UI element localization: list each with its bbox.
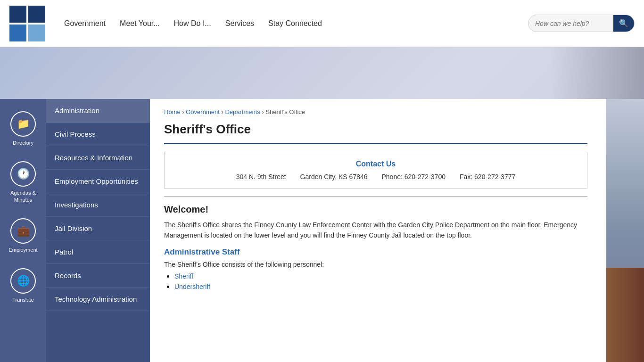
- directory-icon: 📁: [10, 111, 36, 137]
- breadcrumb-current: Sheriff's Office: [265, 108, 305, 115]
- right-building-image: [606, 99, 644, 362]
- logo-grid: [9, 6, 45, 41]
- nav-meet-your[interactable]: Meet Your...: [120, 19, 160, 28]
- directory-label: Directory: [13, 140, 33, 146]
- logo-sq-1: [9, 6, 26, 23]
- breadcrumb-departments[interactable]: Departments: [225, 108, 260, 115]
- sidebar-item-agendas[interactable]: 🕐 Agendas &Minutes: [0, 154, 46, 211]
- staff-list: Sheriff Undersheriff: [164, 272, 587, 291]
- nav-item-employment-opp[interactable]: Employment Opportunities: [46, 170, 150, 193]
- staff-intro: The Sheriff's Office consists of the fol…: [164, 261, 587, 268]
- nav-item-administration[interactable]: Administration: [46, 99, 150, 123]
- staff-sheriff-link[interactable]: Sheriff: [174, 272, 193, 280]
- staff-undersheriff-link[interactable]: Undersheriff: [174, 283, 210, 290]
- contact-title: Contact Us: [174, 160, 578, 168]
- welcome-text: The Sheriff's Office shares the Finney C…: [164, 220, 587, 241]
- contact-phone: Phone: 620-272-3700: [382, 173, 446, 181]
- contact-box: Contact Us 304 N. 9th Street Garden City…: [164, 152, 587, 189]
- search-box: 🔍: [528, 15, 635, 32]
- content-divider: [164, 196, 587, 197]
- translate-icon: 🌐: [10, 268, 36, 294]
- logo-sq-4: [28, 25, 45, 41]
- nav-item-technology[interactable]: Technology Administration: [46, 288, 150, 311]
- breadcrumb-government[interactable]: Government: [186, 108, 220, 115]
- nav-services[interactable]: Services: [225, 19, 254, 28]
- welcome-title: Welcome!: [164, 204, 587, 215]
- nav-item-resources[interactable]: Resources & Information: [46, 146, 150, 170]
- employment-label: Employment: [8, 247, 37, 253]
- logo-sq-3: [9, 25, 26, 41]
- nav-item-civil-process[interactable]: Civil Process: [46, 123, 150, 146]
- breadcrumb: Home › Government › Departments › Sherif…: [164, 108, 587, 115]
- nav-item-records[interactable]: Records: [46, 264, 150, 288]
- contact-details: 304 N. 9th Street Garden City, KS 67846 …: [174, 173, 578, 181]
- agendas-icon: 🕐: [10, 161, 36, 187]
- nav-stay-connected[interactable]: Stay Connected: [268, 19, 322, 28]
- logo: [9, 6, 45, 41]
- left-nav: Administration Civil Process Resources &…: [46, 99, 150, 362]
- list-item: Undersheriff: [174, 282, 587, 291]
- nav-item-investigations[interactable]: Investigations: [46, 193, 150, 217]
- title-divider: [164, 143, 587, 144]
- logo-sq-2: [28, 6, 45, 23]
- translate-label: Translate: [12, 296, 33, 303]
- contact-fax: Fax: 620-272-3777: [460, 173, 515, 181]
- building-shape: [606, 268, 644, 362]
- nav-how-do-i[interactable]: How Do I...: [174, 19, 211, 28]
- breadcrumb-home[interactable]: Home: [164, 108, 181, 115]
- hero-banner: [0, 47, 644, 99]
- sidebar-item-translate[interactable]: 🌐 Translate: [0, 261, 46, 311]
- staff-section-title: Administrative Staff: [164, 247, 587, 257]
- search-input[interactable]: [528, 16, 613, 31]
- main-content: Home › Government › Departments › Sherif…: [150, 99, 606, 362]
- list-item: Sheriff: [174, 272, 587, 280]
- sidebar-item-employment[interactable]: 💼 Employment: [0, 211, 46, 261]
- nav-item-jail-division[interactable]: Jail Division: [46, 217, 150, 240]
- search-button[interactable]: 🔍: [613, 15, 634, 32]
- contact-address: 304 N. 9th Street: [236, 173, 286, 181]
- agendas-label: Agendas &Minutes: [10, 189, 36, 203]
- icon-sidebar: 📁 Directory 🕐 Agendas &Minutes 💼 Employm…: [0, 99, 46, 362]
- contact-city: Garden City, KS 67846: [300, 173, 368, 181]
- page-title: Sheriff's Office: [164, 122, 587, 137]
- main-layout: 📁 Directory 🕐 Agendas &Minutes 💼 Employm…: [0, 99, 644, 362]
- header: Government Meet Your... How Do I... Serv…: [0, 0, 644, 47]
- nav-item-patrol[interactable]: Patrol: [46, 240, 150, 264]
- sidebar-item-directory[interactable]: 📁 Directory: [0, 104, 46, 154]
- nav-government[interactable]: Government: [64, 19, 106, 28]
- employment-icon: 💼: [10, 218, 36, 244]
- main-nav: Government Meet Your... How Do I... Serv…: [64, 19, 528, 28]
